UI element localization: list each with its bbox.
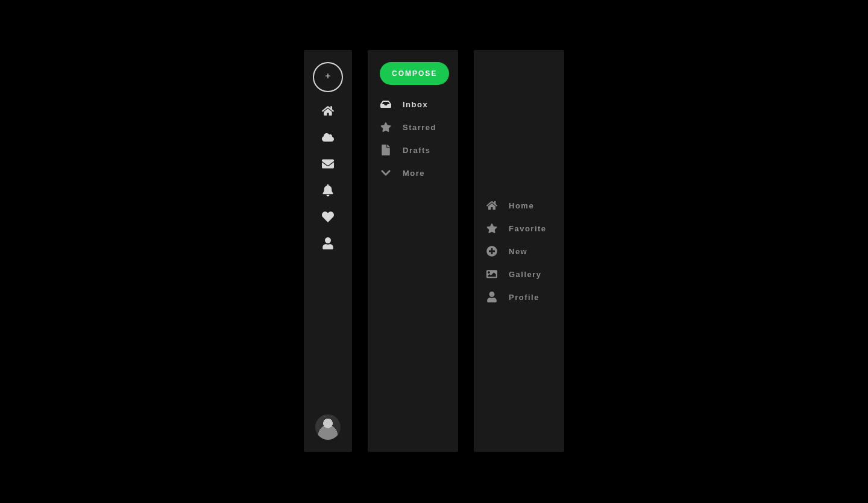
nav-item-label: Profile <box>509 293 539 302</box>
plus-circle-icon <box>486 245 498 257</box>
sidebar-item-cloud[interactable] <box>321 132 335 145</box>
nav-item-label: Favorite <box>509 224 547 233</box>
sidebar-item-bell[interactable] <box>321 185 335 198</box>
mail-item-starred[interactable]: Starred <box>380 121 446 133</box>
mail-item-inbox[interactable]: Inbox <box>380 98 446 110</box>
chevron-down-icon <box>380 167 392 179</box>
nav-item-new[interactable]: New <box>486 245 552 257</box>
avatar[interactable] <box>315 414 341 440</box>
nav-item-favorite[interactable]: Favorite <box>486 222 552 234</box>
mail-item-label: Starred <box>403 123 436 132</box>
compose-button[interactable]: COMPOSE <box>380 62 449 85</box>
sidebar-item-mail[interactable] <box>321 158 335 172</box>
mail-item-drafts[interactable]: Drafts <box>380 144 446 156</box>
image-icon <box>486 268 498 280</box>
star-icon <box>486 222 498 234</box>
nav-panel: Home Favorite New Gallery Profile <box>474 50 564 452</box>
mail-item-more[interactable]: More <box>380 167 446 179</box>
home-icon <box>486 199 498 211</box>
mail-item-label: Drafts <box>403 146 431 155</box>
nav-item-label: Home <box>509 201 534 210</box>
user-icon <box>322 237 334 252</box>
file-icon <box>380 144 392 156</box>
heart-icon <box>322 211 334 225</box>
nav-item-home[interactable]: Home <box>486 199 552 211</box>
nav-list: Home Favorite New Gallery Profile <box>486 199 552 303</box>
sidebar-icon-list <box>321 105 335 251</box>
mail-item-label: Inbox <box>403 100 428 109</box>
mail-icon <box>322 158 334 172</box>
sidebar-item-heart[interactable] <box>321 211 335 225</box>
add-button[interactable] <box>313 62 343 92</box>
home-icon <box>322 105 334 119</box>
nav-item-profile[interactable]: Profile <box>486 291 552 303</box>
cloud-icon <box>322 131 334 146</box>
mail-item-label: More <box>403 169 425 178</box>
nav-item-label: New <box>509 247 527 256</box>
user-icon <box>486 291 498 303</box>
nav-item-gallery[interactable]: Gallery <box>486 268 552 280</box>
sidebar-item-home[interactable] <box>321 105 335 119</box>
sidebar-item-user[interactable] <box>321 238 335 251</box>
sidebar-icon-panel <box>304 50 352 452</box>
mail-folder-list: Inbox Starred Drafts More <box>380 98 446 179</box>
bell-icon <box>322 184 334 199</box>
nav-item-label: Gallery <box>509 270 542 279</box>
inbox-icon <box>380 98 392 110</box>
star-icon <box>380 121 392 133</box>
plus-icon <box>324 72 332 83</box>
mail-panel: COMPOSE Inbox Starred Drafts More <box>368 50 458 452</box>
